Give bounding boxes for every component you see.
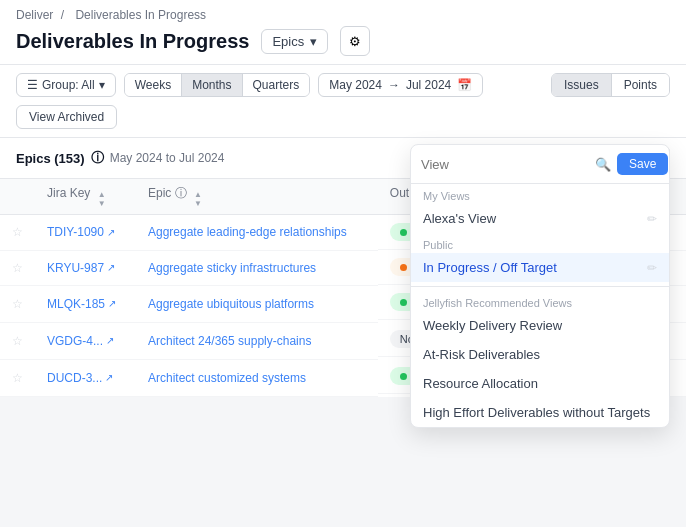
breadcrumb-parent[interactable]: Deliver (16, 8, 53, 22)
page-header: Deliverables In Progress Epics ▾ ⚙ (16, 26, 670, 56)
status-dot (400, 299, 407, 306)
edit-icon: ✏ (647, 261, 657, 275)
star-cell[interactable]: ☆ (0, 322, 35, 359)
external-link-icon: ↗ (107, 262, 115, 273)
star-cell[interactable]: ☆ (0, 359, 35, 396)
sort-up-icon: ▲ (98, 191, 106, 199)
info-icon: ⓘ (91, 149, 104, 167)
col-epic: Epic ⓘ ▲ ▼ (136, 179, 378, 215)
external-link-icon: ↗ (106, 335, 114, 346)
top-bar: Deliver / Deliverables In Progress Deliv… (0, 0, 686, 65)
view-search-input[interactable] (421, 157, 589, 172)
jellyfish-items: Weekly Delivery ReviewAt-Risk Deliverabl… (411, 311, 669, 427)
weeks-button[interactable]: Weeks (125, 74, 182, 96)
star-cell[interactable]: ☆ (0, 285, 35, 322)
epic-cell: Aggregate leading-edge relationships (136, 215, 378, 251)
jira-key-link[interactable]: VGDG-4... ↗ (47, 334, 124, 348)
col-jira-key: Jira Key ▲ ▼ (35, 179, 136, 215)
epic-link[interactable]: Aggregate leading-edge relationships (148, 225, 347, 239)
sort-up-icon: ▲ (194, 191, 202, 199)
filter-bar: ☰ Group: All ▾ Weeks Months Quarters May… (0, 65, 686, 138)
dropdown-header: 🔍 Save (411, 145, 669, 184)
jira-key-link[interactable]: MLQK-185 ↗ (47, 297, 124, 311)
group-filter-button[interactable]: ☰ Group: All ▾ (16, 73, 116, 97)
epics-info: Epics (153) ⓘ May 2024 to Jul 2024 (16, 149, 224, 167)
jellyfish-item-label: High Effort Deliverables without Targets (423, 405, 650, 420)
in-progress-off-target-item[interactable]: In Progress / Off Target ✏ (411, 253, 669, 282)
epic-link[interactable]: Architect 24/365 supply-chains (148, 334, 311, 348)
info-icon: ⓘ (175, 186, 187, 200)
epics-dropdown[interactable]: Epics ▾ (261, 29, 328, 54)
sort-jira-key[interactable]: ▲ ▼ (98, 191, 106, 208)
date-range-picker[interactable]: May 2024 → Jul 2024 📅 (318, 73, 483, 97)
epic-cell: Aggregate sticky infrastructures (136, 250, 378, 285)
gear-icon: ⚙ (349, 34, 361, 49)
issues-tab[interactable]: Issues (552, 74, 612, 96)
jira-key-link[interactable]: TDIY-1090 ↗ (47, 225, 124, 239)
jira-key-cell: TDIY-1090 ↗ (35, 215, 136, 251)
settings-button[interactable]: ⚙ (340, 26, 370, 56)
in-progress-off-target-label: In Progress / Off Target (423, 260, 557, 275)
issues-points-tabs: Issues Points (551, 73, 670, 97)
chevron-down-icon: ▾ (310, 34, 317, 49)
external-link-icon: ↗ (107, 227, 115, 238)
time-period-group: Weeks Months Quarters (124, 73, 311, 97)
view-dropdown: 🔍 Save My Views Alexa's View ✏ Public In… (410, 144, 670, 428)
epic-link[interactable]: Aggregate ubiquitous platforms (148, 297, 314, 311)
jellyfish-item-0[interactable]: Weekly Delivery Review (411, 311, 669, 340)
my-views-label: My Views (411, 184, 669, 204)
jira-key-cell: KRYU-987 ↗ (35, 250, 136, 285)
status-dot (400, 229, 407, 236)
sort-down-icon: ▼ (98, 200, 106, 208)
sort-epic[interactable]: ▲ ▼ (194, 191, 202, 208)
jellyfish-item-label: At-Risk Deliverables (423, 347, 540, 362)
alexas-view-item[interactable]: Alexa's View ✏ (411, 204, 669, 233)
epic-link[interactable]: Aggregate sticky infrastructures (148, 261, 316, 275)
external-link-icon: ↗ (108, 298, 116, 309)
months-button[interactable]: Months (182, 74, 242, 96)
epics-count-label: Epics (153) (16, 151, 85, 166)
status-dot (400, 373, 407, 380)
date-to: Jul 2024 (406, 78, 451, 92)
epic-cell: Architect 24/365 supply-chains (136, 322, 378, 359)
status-dot (400, 264, 407, 271)
calendar-icon: 📅 (457, 78, 472, 92)
view-archived-button[interactable]: View Archived (16, 105, 117, 129)
jellyfish-label: Jellyfish Recommended Views (411, 291, 669, 311)
chevron-down-icon: ▾ (99, 78, 105, 92)
jira-key-cell: DUCD-3... ↗ (35, 359, 136, 396)
jira-key-cell: MLQK-185 ↗ (35, 285, 136, 322)
page-title: Deliverables In Progress (16, 30, 249, 53)
col-star (0, 179, 35, 215)
epic-cell: Aggregate ubiquitous platforms (136, 285, 378, 322)
alexas-view-label: Alexa's View (423, 211, 496, 226)
quarters-button[interactable]: Quarters (243, 74, 310, 96)
sort-down-icon: ▼ (194, 200, 202, 208)
filter-icon: ☰ (27, 78, 38, 92)
public-label: Public (411, 233, 669, 253)
star-cell[interactable]: ☆ (0, 250, 35, 285)
jellyfish-item-2[interactable]: Resource Allocation (411, 369, 669, 398)
star-cell[interactable]: ☆ (0, 215, 35, 251)
date-arrow: → (388, 78, 400, 92)
jellyfish-item-1[interactable]: At-Risk Deliverables (411, 340, 669, 369)
external-link-icon: ↗ (105, 372, 113, 383)
breadcrumb: Deliver / Deliverables In Progress (16, 8, 670, 22)
jira-key-cell: VGDG-4... ↗ (35, 322, 136, 359)
jira-key-link[interactable]: KRYU-987 ↗ (47, 261, 124, 275)
epics-date-range: May 2024 to Jul 2024 (110, 151, 225, 165)
jellyfish-item-label: Resource Allocation (423, 376, 538, 391)
save-view-button[interactable]: Save (617, 153, 668, 175)
jellyfish-item-3[interactable]: High Effort Deliverables without Targets (411, 398, 669, 427)
search-icon: 🔍 (595, 157, 611, 172)
jellyfish-item-label: Weekly Delivery Review (423, 318, 562, 333)
edit-icon: ✏ (647, 212, 657, 226)
group-filter-label: Group: All (42, 78, 95, 92)
epic-link[interactable]: Architect customized systems (148, 371, 306, 385)
jira-key-link[interactable]: DUCD-3... ↗ (47, 371, 124, 385)
dropdown-divider (411, 286, 669, 287)
date-from: May 2024 (329, 78, 382, 92)
epics-dropdown-value: Epics (272, 34, 304, 49)
breadcrumb-current: Deliverables In Progress (75, 8, 206, 22)
points-tab[interactable]: Points (612, 74, 669, 96)
